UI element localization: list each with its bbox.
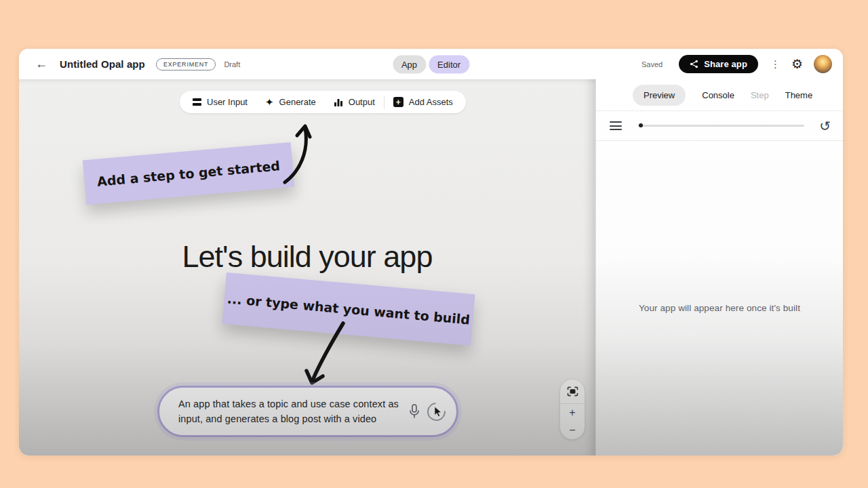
zoom-in-button[interactable]: + <box>560 404 585 422</box>
canvas-heading: Let's build your app <box>19 239 595 274</box>
menu-button[interactable] <box>608 119 623 133</box>
top-app-bar: ← Untitled Opal app EXPERIMENT Draft App… <box>19 49 843 79</box>
settings-gear-icon[interactable]: ⚙ <box>791 58 803 70</box>
preview-controls-row: ↺ <box>596 111 843 141</box>
fit-to-screen-icon <box>567 386 578 396</box>
share-app-label: Share app <box>704 59 747 69</box>
zoom-out-button[interactable]: − <box>560 422 585 439</box>
add-assets-icon: + <box>393 97 403 107</box>
tab-step[interactable]: Step <box>751 90 769 100</box>
sticky-note-add-step: Add a step to get started <box>83 142 295 205</box>
mode-toggle: App Editor <box>393 55 469 73</box>
preview-panel: Preview Console Step Theme ↺ Your app wi… <box>595 79 843 455</box>
editor-canvas[interactable]: User Input ✦ Generate Output + <box>19 79 595 455</box>
tab-theme[interactable]: Theme <box>785 90 812 100</box>
step-toolbar: User Input ✦ Generate Output + <box>180 91 466 113</box>
sticky-note-type-prompt-text: ... or type what you want to build <box>226 291 471 327</box>
tab-console[interactable]: Console <box>702 90 734 100</box>
add-assets-button[interactable]: + Add Assets <box>384 91 462 113</box>
prompt-input[interactable]: An app that takes a topic and use case c… <box>157 386 458 437</box>
app-toggle-button[interactable]: App <box>393 55 426 73</box>
editor-toggle-button[interactable]: Editor <box>429 55 469 73</box>
draft-status: Draft <box>224 60 240 68</box>
mouse-cursor-icon <box>434 407 442 418</box>
output-button[interactable]: Output <box>325 91 384 113</box>
curved-arrow-up-icon <box>278 123 320 185</box>
saved-status: Saved <box>642 60 663 68</box>
mic-button[interactable] <box>408 403 420 420</box>
header-actions: Saved Share app ⋮ ⚙ <box>642 55 832 73</box>
canvas-zoom-controls: + − <box>560 380 585 439</box>
add-assets-label: Add Assets <box>409 97 453 107</box>
refresh-icon[interactable]: ↺ <box>819 119 831 133</box>
mic-icon <box>408 403 420 420</box>
generate-label: Generate <box>279 97 316 107</box>
curved-arrow-down-icon <box>302 321 347 387</box>
submit-spinner-button[interactable] <box>427 403 446 421</box>
share-icon <box>690 60 698 68</box>
user-input-label: User Input <box>207 97 248 107</box>
user-avatar[interactable] <box>814 55 832 73</box>
desktop-background: ← Untitled Opal app EXPERIMENT Draft App… <box>0 0 868 488</box>
opal-app-window: ← Untitled Opal app EXPERIMENT Draft App… <box>19 49 843 455</box>
preview-placeholder-message: Your app will appear here once it's buil… <box>596 303 843 313</box>
share-app-button[interactable]: Share app <box>679 55 758 73</box>
user-input-button[interactable]: User Input <box>184 91 256 113</box>
back-arrow-icon[interactable]: ← <box>35 57 52 71</box>
prompt-input-value: An app that takes a topic and use case c… <box>178 396 401 427</box>
fit-to-screen-button[interactable] <box>560 380 585 404</box>
prompt-actions <box>408 403 446 421</box>
generate-button[interactable]: ✦ Generate <box>256 91 325 113</box>
user-input-icon <box>193 98 201 106</box>
progress-slider[interactable] <box>638 125 804 127</box>
sticky-note-type-prompt: ... or type what you want to build <box>222 272 475 346</box>
more-options-button[interactable]: ⋮ <box>770 58 781 70</box>
tab-preview[interactable]: Preview <box>633 85 686 106</box>
app-title: Untitled Opal app <box>60 58 145 70</box>
output-label: Output <box>349 97 375 107</box>
experiment-badge: EXPERIMENT <box>156 58 216 70</box>
bar-chart-icon <box>334 98 343 107</box>
sticky-note-add-step-text: Add a step to get started <box>96 158 280 188</box>
preview-tabs: Preview Console Step Theme <box>596 79 843 111</box>
sparkle-icon: ✦ <box>265 97 274 107</box>
